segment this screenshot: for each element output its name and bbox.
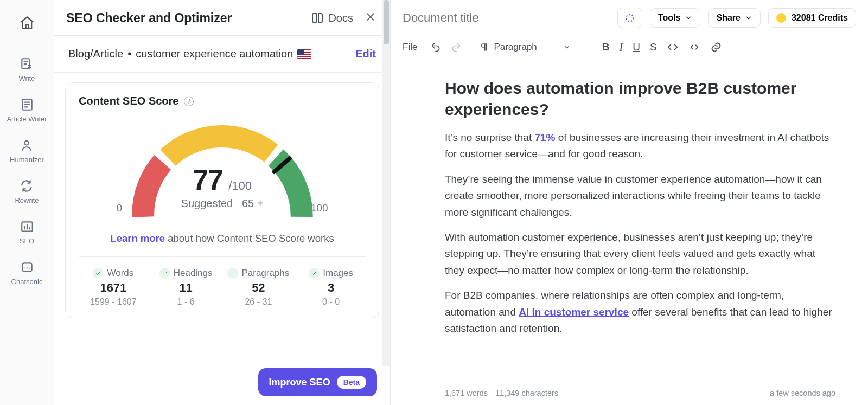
left-rail: Write Article Writer Humanizer Rewrite S (0, 0, 54, 405)
tools-button[interactable]: Tools (650, 8, 700, 28)
improve-seo-label: Improve SEO (269, 377, 330, 388)
improve-seo-button[interactable]: Improve SEO Beta (258, 368, 377, 396)
score-card-title: Content SEO Score (79, 95, 178, 107)
bold-button[interactable]: B (602, 41, 610, 53)
seo-header: SEO Checker and Optimizer Docs (54, 0, 390, 36)
stat-value: 52 (252, 281, 265, 295)
stat-range: 1599 - 1607 (90, 297, 136, 307)
credits-button[interactable]: 32081 Credits (768, 8, 856, 28)
docs-button[interactable]: Docs (311, 12, 353, 25)
docs-label: Docs (328, 12, 353, 24)
ai-button[interactable] (617, 8, 642, 28)
home-icon (20, 15, 35, 30)
scrollbar[interactable] (382, 0, 390, 366)
inline-link[interactable]: AI in customer service (519, 306, 629, 318)
link-button[interactable] (710, 41, 722, 53)
rail-label: Humanizer (10, 156, 44, 164)
stat-words: Words 1671 1599 - 1607 (79, 268, 148, 307)
target-keyword: customer experience automation (136, 48, 293, 60)
editor-topbar: Tools Share 32081 Credits (391, 0, 868, 34)
undo-icon (430, 42, 441, 53)
share-button[interactable]: Share (708, 8, 760, 28)
doc-paragraph: They’re seeing the immense value in cust… (445, 171, 835, 221)
embed-icon (688, 41, 700, 53)
coin-icon (776, 13, 786, 23)
doc-status-bar: 1,671 words 11,349 characters a few seco… (391, 389, 868, 405)
redo-icon (451, 42, 462, 53)
gauge-center: 77 /100 Suggested 65 + (181, 164, 264, 210)
separator-dot: • (127, 48, 131, 60)
score-card: Content SEO Score i (65, 82, 379, 318)
flag-us-icon (297, 49, 311, 59)
stat-value: 11 (179, 281, 192, 295)
seo-context: Blog/Article • customer experience autom… (68, 48, 311, 60)
gauge-score-max: /100 (228, 179, 252, 192)
stat-label: Images (323, 268, 353, 279)
block-type-select[interactable]: Paragraph (475, 39, 575, 55)
close-button[interactable] (365, 11, 376, 25)
bar-chart-icon (20, 220, 34, 234)
stat-range: 1 - 6 (177, 297, 195, 307)
stats-row: Words 1671 1599 - 1607 Headings 11 1 - 6 (79, 256, 366, 307)
article-icon (20, 98, 34, 112)
gauge: 77 /100 Suggested 65 + 0 100 (79, 115, 366, 245)
pencil-note-icon (20, 57, 34, 71)
rail-label: Chatsonic (11, 278, 43, 286)
stat-range: 26 - 31 (245, 297, 272, 307)
document-title-input[interactable] (403, 11, 610, 25)
pilcrow-icon (480, 42, 489, 52)
italic-button[interactable]: I (620, 41, 623, 54)
rail-item-chatsonic[interactable]: cs Chatsonic (11, 260, 43, 286)
chevron-down-icon (563, 43, 571, 51)
chevron-down-icon (685, 14, 692, 22)
seo-panel-title: SEO Checker and Optimizer (66, 11, 232, 25)
seo-footer: Improve SEO Beta (54, 359, 390, 405)
redo-button[interactable] (451, 42, 462, 53)
link-icon (710, 41, 722, 53)
rail-item-seo[interactable]: SEO (20, 220, 34, 245)
close-icon (365, 11, 376, 22)
undo-button[interactable] (430, 42, 441, 53)
embed-button[interactable] (688, 41, 700, 53)
rail-label: Write (18, 74, 35, 82)
doc-paragraph: It’s no surprise that 71% of businesses … (445, 130, 835, 163)
svg-point-7 (626, 14, 633, 21)
gauge-score-value: 77 (193, 164, 223, 196)
strike-button[interactable]: S (650, 41, 657, 53)
credits-value: 32081 Credits (792, 13, 848, 23)
code-button[interactable] (667, 41, 679, 53)
info-icon[interactable]: i (184, 97, 194, 106)
learn-more-link[interactable]: Learn more (110, 233, 165, 244)
check-icon (159, 268, 170, 279)
rail-item-rewrite[interactable]: Rewrite (15, 179, 39, 204)
seo-subheader: Blog/Article • customer experience autom… (54, 36, 390, 73)
rail-item-humanizer[interactable]: Humanizer (10, 138, 44, 164)
stat-images: Images 3 0 - 0 (296, 268, 366, 307)
file-menu[interactable]: File (403, 42, 417, 53)
app-root: Write Article Writer Humanizer Rewrite S (0, 0, 868, 405)
edit-link[interactable]: Edit (355, 48, 376, 60)
home-button[interactable] (14, 10, 40, 36)
scrollbar-thumb[interactable] (384, 0, 389, 44)
tools-label: Tools (658, 13, 680, 23)
editor-toolbar: File Paragraph B I U S (391, 34, 868, 62)
seo-scroll-area[interactable]: Content SEO Score i (54, 73, 390, 359)
editor-pane: Tools Share 32081 Credits File (391, 0, 868, 405)
stat-label: Headings (174, 268, 213, 279)
stat-label: Paragraphs (241, 268, 289, 279)
inline-link[interactable]: 71% (534, 132, 555, 143)
beta-badge: Beta (337, 376, 366, 389)
rail-item-article-writer[interactable]: Article Writer (7, 98, 47, 123)
document-body[interactable]: How does automation improve B2B customer… (391, 62, 868, 389)
doc-heading: How does automation improve B2B customer… (445, 78, 835, 120)
book-icon (311, 12, 324, 25)
block-type-label: Paragraph (494, 42, 537, 53)
doc-paragraph: With automation customer experience, bus… (445, 229, 835, 279)
rail-label: SEO (20, 237, 34, 245)
underline-button[interactable]: U (633, 41, 640, 53)
rail-item-write[interactable]: Write (18, 57, 35, 82)
learn-more-rest: about how Content SEO Score works (165, 233, 334, 244)
gauge-suggested-value: 65 + (242, 197, 263, 209)
status-char-count: 11,349 characters (495, 389, 558, 397)
svg-text:cs: cs (24, 265, 30, 271)
